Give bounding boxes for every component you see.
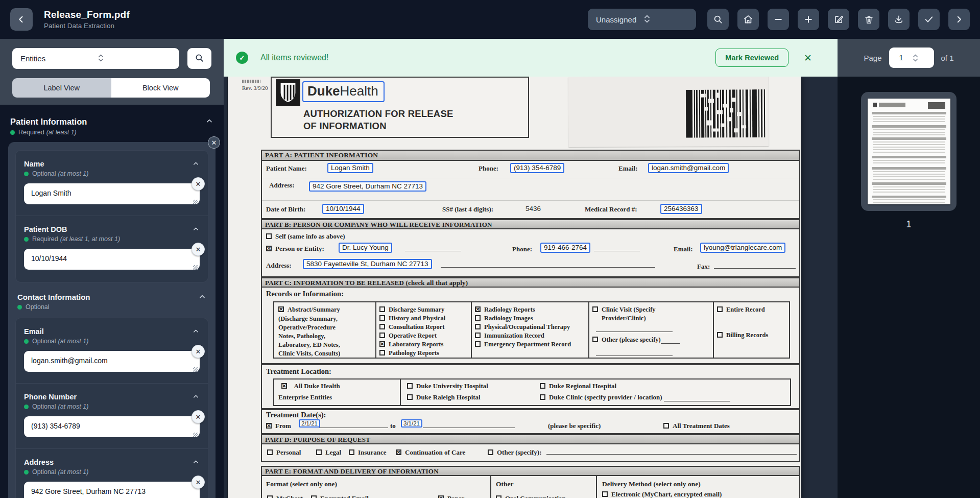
entities-select[interactable]: Entities xyxy=(12,48,179,69)
subsection-title: Contact Information xyxy=(17,293,90,301)
resize-grip[interactable] xyxy=(193,367,198,372)
search-button[interactable] xyxy=(707,9,729,30)
collapse-chevron-icon[interactable] xyxy=(198,293,206,303)
contact-fields-card: Email Optional(at most 1) ✕ logan.smith@… xyxy=(15,318,208,498)
part-a-heading: PART A: PATIENT INFORMATION xyxy=(262,151,799,161)
checkbox-immunization-record xyxy=(475,333,481,338)
tab-block-view[interactable]: Block View xyxy=(111,78,210,98)
checkbox-radiology-images xyxy=(475,315,481,321)
collapse-chevron-icon[interactable] xyxy=(192,160,200,170)
entity-highlight-date-from[interactable]: 2/1/21 xyxy=(299,419,320,428)
search-icon xyxy=(713,14,723,25)
green-status-dot xyxy=(24,172,29,176)
resize-grip[interactable] xyxy=(193,433,198,437)
download-icon xyxy=(894,14,904,25)
dob-value-input[interactable]: 10/10/1944 xyxy=(24,249,200,270)
scan-sheet-corner xyxy=(568,76,769,147)
top-header: Release_Form.pdf Patient Data Extraction… xyxy=(0,0,980,39)
stepper-chevrons-icon[interactable] xyxy=(912,54,919,62)
edit-button[interactable] xyxy=(828,9,849,30)
mark-reviewed-button[interactable]: Mark Reviewed xyxy=(715,49,788,67)
delete-button[interactable] xyxy=(858,9,879,30)
part-d-box: PART D: PURPOSE OF REQUEST Personal Lega… xyxy=(261,434,800,462)
treatment-location-box: Treatment Location: All Duke Health Ente… xyxy=(261,364,800,409)
home-button[interactable] xyxy=(737,9,759,30)
entity-highlight-recipient-address[interactable]: 5830 Fayetteville St, Durham NC 27713 xyxy=(303,259,432,269)
checkbox-pathology-reports xyxy=(379,350,385,355)
approve-button[interactable] xyxy=(918,9,940,30)
treatment-location-table: All Duke Health Enterprise Entities Duke… xyxy=(273,378,791,406)
sidebar-search-button[interactable] xyxy=(187,48,211,69)
next-document-button[interactable] xyxy=(948,9,970,30)
back-button[interactable] xyxy=(10,8,33,31)
page-label: Page xyxy=(864,54,881,62)
page-thumbnail[interactable] xyxy=(861,92,957,211)
section-title: Patient Information xyxy=(10,117,87,127)
checkbox-legal xyxy=(316,449,322,455)
pager-controls: Page of 1 xyxy=(838,39,980,77)
checkbox-self xyxy=(266,233,272,239)
assignee-select[interactable]: Unassigned xyxy=(588,9,696,30)
banner-close-icon[interactable]: ✕ xyxy=(804,52,812,64)
email-value-input[interactable]: logan.smith@gmail.com xyxy=(24,351,200,372)
ssn-value: 5436 xyxy=(525,205,541,212)
clear-value-button[interactable]: ✕ xyxy=(192,243,205,256)
part-c-heading: PART C: INFORMATION TO BE RELEASED (chec… xyxy=(262,278,799,288)
address-value-input[interactable]: 942 Gore Street, Durham NC 27713 xyxy=(24,482,200,498)
zoom-in-button[interactable] xyxy=(798,9,819,30)
download-button[interactable] xyxy=(888,9,910,30)
field-label: Email xyxy=(24,327,88,336)
entity-highlight-mrn[interactable]: 256436363 xyxy=(660,204,702,214)
document-viewport: ✓ All items reviewed! Mark Reviewed ✕ xyxy=(224,39,838,498)
checkbox-duke-regional xyxy=(540,383,545,389)
checkbox-laboratory-reports xyxy=(379,341,385,347)
resize-grip[interactable] xyxy=(193,265,198,270)
entity-highlight-phone[interactable]: (913) 354-6789 xyxy=(510,163,564,173)
zoom-out-button[interactable] xyxy=(768,9,789,30)
clear-value-button[interactable]: ✕ xyxy=(192,177,205,191)
entity-highlight-brand[interactable]: DukeHealth xyxy=(302,81,385,102)
entity-highlight-date-to[interactable]: 3/1/21 xyxy=(401,419,422,428)
entity-highlight-recipient-email[interactable]: lyoung@trianglecare.com xyxy=(700,243,785,253)
checkbox-operative-report xyxy=(379,333,385,338)
duke-shield-logo xyxy=(276,79,300,106)
remove-card-button[interactable]: ✕ xyxy=(208,136,220,149)
checkbox-duke-university xyxy=(407,383,413,389)
form-title-line2: OF INFORMATION xyxy=(303,121,387,132)
checkbox-paper xyxy=(438,495,444,498)
part-d-heading: PART D: PURPOSE OF REQUEST xyxy=(262,435,799,444)
clear-value-button[interactable]: ✕ xyxy=(192,476,205,489)
checkbox-clinic-visit xyxy=(592,306,598,312)
field-label: Address xyxy=(24,458,88,466)
resize-grip[interactable] xyxy=(193,200,198,204)
page-number-input[interactable] xyxy=(891,54,912,62)
checkbox-duke-raleigh xyxy=(407,394,413,400)
sidebar-controls-panel: Entities Label View Block View xyxy=(0,39,224,105)
checkbox-electronic-delivery xyxy=(602,491,608,497)
home-icon xyxy=(743,14,753,25)
entity-highlight-address[interactable]: 942 Gore Street, Durham NC 27713 xyxy=(309,181,426,192)
tab-label-view[interactable]: Label View xyxy=(12,78,111,98)
collapse-chevron-icon[interactable] xyxy=(192,327,200,337)
name-value-input[interactable]: Logan Smith xyxy=(24,183,200,204)
phone-value-input[interactable]: (913) 354-6789 xyxy=(24,416,200,437)
collapse-chevron-icon[interactable] xyxy=(192,225,200,235)
entity-highlight-email[interactable]: logan.smith@gmail.com xyxy=(648,163,729,173)
page-number-stepper xyxy=(889,48,934,68)
clear-value-button[interactable]: ✕ xyxy=(192,410,205,423)
chevron-up-down-icon xyxy=(97,54,174,64)
check-circle-icon: ✓ xyxy=(236,52,248,64)
collapse-chevron-icon[interactable] xyxy=(192,393,200,402)
entity-highlight-recipient-phone[interactable]: 919-466-2764 xyxy=(540,243,590,253)
collapse-chevron-icon[interactable] xyxy=(205,117,213,127)
revision-label: Rev. 3/9/20 xyxy=(242,85,268,91)
entity-highlight-recipient[interactable]: Dr. Lucy Young xyxy=(339,243,392,253)
checkbox-date-range xyxy=(266,423,272,429)
checkbox-other-purpose xyxy=(488,449,493,455)
entity-highlight-dob[interactable]: 10/10/1944 xyxy=(322,204,364,214)
clear-value-button[interactable]: ✕ xyxy=(192,345,205,358)
checkbox-emergency-record xyxy=(475,341,481,347)
collapse-chevron-icon[interactable] xyxy=(192,458,200,468)
entity-highlight-patient-name[interactable]: Logan Smith xyxy=(327,163,373,173)
field-group-phone: Phone Number Optional(at most 1) ✕ (913)… xyxy=(24,393,200,439)
